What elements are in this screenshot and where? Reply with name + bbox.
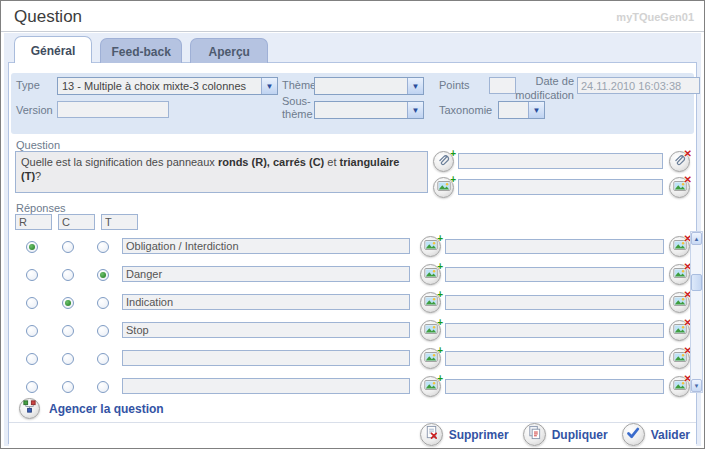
copy-icon: [527, 425, 542, 440]
reponses-label: Réponses: [16, 202, 66, 214]
agencer-row: Agencer la question: [9, 397, 696, 422]
answer-radio-t[interactable]: [97, 269, 109, 281]
supprimer-icon[interactable]: [420, 423, 443, 446]
answer-radio-r[interactable]: [26, 325, 38, 337]
answer-image-add-button[interactable]: +: [420, 320, 441, 341]
tab-feedback[interactable]: Feed-back: [100, 38, 181, 63]
sous-theme-select[interactable]: ▼: [314, 101, 424, 119]
answer-radio-r[interactable]: [26, 241, 38, 253]
answer-text-input[interactable]: [122, 238, 410, 254]
column-header-c-input[interactable]: [58, 214, 95, 230]
scroll-up-icon[interactable]: ▲: [691, 232, 702, 245]
answer-image-remove-button[interactable]: ✕: [669, 320, 690, 341]
page-title: Question: [14, 7, 82, 27]
answer-image-filename-input[interactable]: [445, 323, 664, 338]
scrollbar-thumb[interactable]: [691, 274, 702, 291]
answer-image-remove-button[interactable]: ✕: [669, 376, 690, 397]
answer-text-input[interactable]: [122, 322, 410, 338]
answer-radio-c[interactable]: [62, 241, 74, 253]
answer-radio-c[interactable]: [62, 353, 74, 365]
answer-image-filename-input[interactable]: [445, 379, 664, 394]
date-label-line2: modification: [511, 89, 574, 101]
picture-icon: [424, 350, 438, 364]
answer-image-remove-button[interactable]: ✕: [669, 348, 690, 369]
question-label: Question: [16, 139, 60, 151]
answer-radio-r[interactable]: [26, 297, 38, 309]
dupliquer-button[interactable]: Dupliquer: [523, 423, 608, 446]
agencer-button-icon[interactable]: [19, 398, 40, 419]
answer-image-filename-input[interactable]: [445, 267, 664, 282]
plus-badge-icon: +: [450, 149, 456, 159]
answer-radio-r[interactable]: [26, 353, 38, 365]
attachment-add-button[interactable]: +: [433, 151, 454, 172]
answer-image-add-button[interactable]: +: [420, 236, 441, 257]
answer-radio-t[interactable]: [97, 297, 109, 309]
column-header-t-input[interactable]: [101, 214, 138, 230]
version-input[interactable]: [57, 101, 169, 118]
metadata-form: Type 13 - Multiple à choix mixte-3 colon…: [11, 73, 694, 134]
answer-radio-t[interactable]: [97, 381, 109, 393]
answer-text-input[interactable]: [122, 378, 410, 394]
paperclip-icon: [437, 154, 450, 167]
agencer-button[interactable]: Agencer la question: [49, 402, 164, 416]
answer-image-filename-input[interactable]: [445, 351, 664, 366]
attachment-filename-input[interactable]: [458, 153, 663, 169]
answer-image-remove-button[interactable]: ✕: [669, 236, 690, 257]
question-image-filename-input[interactable]: [458, 179, 663, 195]
answer-image-add-button[interactable]: +: [420, 348, 441, 369]
answer-image-add-button[interactable]: +: [420, 264, 441, 285]
sitemap-icon: [22, 399, 37, 414]
attachment-remove-button[interactable]: ✕: [669, 151, 690, 172]
answer-text-input[interactable]: [122, 294, 410, 310]
question-textarea[interactable]: Quelle est la signification des panneaux…: [15, 151, 428, 193]
taxonomie-select[interactable]: ▼: [498, 101, 545, 119]
answer-radio-t[interactable]: [97, 353, 109, 365]
answer-row: + ✕: [9, 345, 676, 373]
scroll-down-icon[interactable]: ▼: [691, 379, 702, 392]
column-header-r-input[interactable]: [15, 214, 52, 230]
bottom-action-bar: Supprimer Dupliquer Valider: [9, 423, 696, 446]
check-icon: [625, 425, 641, 441]
answer-radio-r[interactable]: [26, 269, 38, 281]
answer-image-filename-input[interactable]: [445, 295, 664, 310]
taxonomie-value: [499, 102, 528, 118]
chevron-down-icon[interactable]: ▼: [261, 78, 277, 94]
answer-image-filename-input[interactable]: [445, 239, 664, 254]
answer-radio-r[interactable]: [26, 381, 38, 393]
type-label: Type: [16, 79, 40, 91]
answer-image-add-button[interactable]: +: [420, 292, 441, 313]
theme-select[interactable]: ▼: [314, 77, 424, 95]
chevron-down-icon[interactable]: ▼: [407, 102, 423, 118]
answer-image-add-button[interactable]: +: [420, 376, 441, 397]
supprimer-button[interactable]: Supprimer: [420, 423, 509, 446]
chevron-down-icon[interactable]: ▼: [528, 102, 544, 118]
question-image-add-button[interactable]: +: [433, 177, 454, 198]
answer-text-input[interactable]: [122, 266, 410, 282]
picture-icon: [437, 179, 451, 193]
answer-radio-t[interactable]: [97, 325, 109, 337]
answer-radio-c[interactable]: [62, 325, 74, 337]
picture-icon: [424, 266, 438, 280]
titlebar: Question myTQueGen01: [1, 1, 704, 32]
tab-general[interactable]: Général: [14, 36, 92, 63]
answer-radio-t[interactable]: [97, 241, 109, 253]
answer-text-input[interactable]: [122, 350, 410, 366]
answer-radio-c[interactable]: [62, 269, 74, 281]
dupliquer-icon[interactable]: [523, 423, 546, 446]
chevron-down-icon[interactable]: ▼: [407, 78, 423, 94]
valider-button[interactable]: Valider: [622, 423, 690, 446]
answer-image-remove-button[interactable]: ✕: [669, 292, 690, 313]
answers-scrollbar[interactable]: ▲ ▼: [690, 231, 703, 393]
valider-icon[interactable]: [622, 423, 645, 446]
tab-apercu[interactable]: Aperçu: [190, 38, 268, 63]
theme-value: [315, 78, 407, 94]
type-value: 13 - Multiple à choix mixte-3 colonnes: [58, 78, 261, 94]
answer-radio-c[interactable]: [62, 297, 74, 309]
plus-badge-icon: +: [437, 346, 443, 356]
answer-image-remove-button[interactable]: ✕: [669, 264, 690, 285]
question-image-remove-button[interactable]: ✕: [669, 177, 690, 198]
answer-radio-c[interactable]: [62, 381, 74, 393]
answer-list: + ✕ + ✕ + ✕ + ✕ + ✕: [9, 233, 676, 401]
type-select[interactable]: 13 - Multiple à choix mixte-3 colonnes ▼: [57, 77, 278, 95]
date-modification-input: [577, 77, 700, 94]
